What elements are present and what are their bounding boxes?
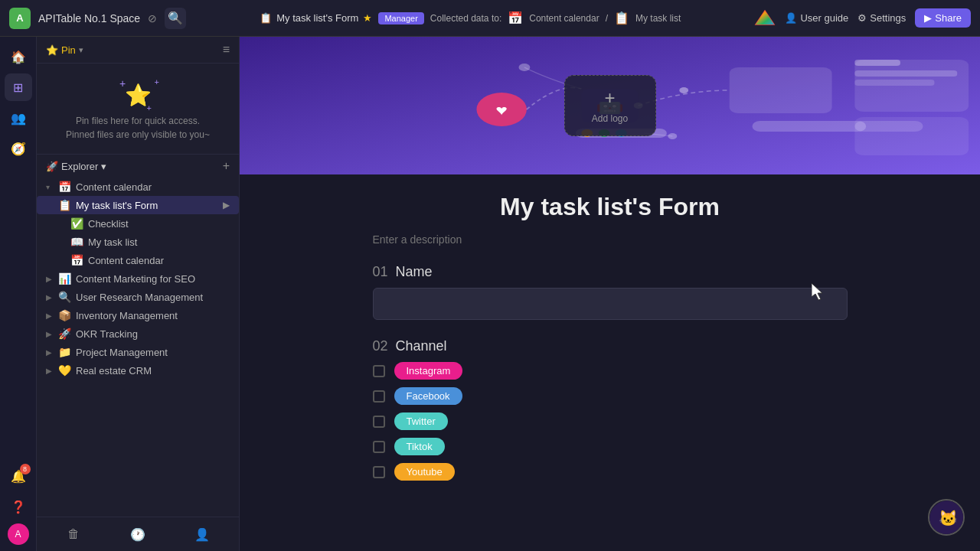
pin-placeholder: + ⭐ + + Pin files here for quick access.…: [37, 64, 239, 155]
user-guide-button[interactable]: 👤 User guide: [785, 12, 848, 24]
pin-label: Pin: [61, 44, 76, 56]
sidebar-item-label: User Research Management: [76, 292, 230, 303]
sidebar-icon-compass[interactable]: 🧭: [5, 135, 32, 162]
share-small-icon: ▶: [223, 200, 230, 210]
field-number-01: 01: [373, 264, 388, 280]
sidebar-item-project-management[interactable]: ▶ 📁 Project Management: [37, 343, 239, 361]
svg-point-20: [679, 87, 688, 93]
sidebar-tree: ▾ 📅 Content calendar 📋 My task list's Fo…: [37, 178, 239, 517]
collected-label: Collected data to:: [430, 13, 501, 24]
chevron-right-icon: ▶: [46, 293, 54, 302]
content-calendar-link[interactable]: Content calendar: [529, 13, 599, 24]
sidebar-item-content-marketing[interactable]: ▶ 📊 Content Marketing for SEO: [37, 269, 239, 288]
svg-rect-10: [854, 117, 969, 155]
add-logo-button[interactable]: + Add logo: [564, 75, 656, 136]
sidebar-item-checklist[interactable]: ✅ Checklist: [37, 214, 239, 233]
share-button[interactable]: ▶ Share: [915, 8, 971, 28]
explorer-header: 🚀 Explorer ▾ +: [37, 155, 239, 178]
add-member-button[interactable]: 👤: [190, 522, 214, 546]
tag-facebook[interactable]: Facebook: [394, 387, 462, 405]
search-button[interactable]: 🔍: [165, 8, 186, 29]
tag-twitter[interactable]: Twitter: [394, 412, 448, 430]
topbar: A APITable No.1 Space ⊘ 🔍 📋 My task list…: [0, 0, 980, 37]
history-button[interactable]: 🕐: [126, 522, 150, 546]
svg-rect-5: [854, 60, 900, 66]
sidebar-item-my-task-list-form[interactable]: 📋 My task list's Form ▶: [37, 196, 239, 214]
svg-rect-3: [730, 67, 832, 113]
edit-space-icon[interactable]: ⊘: [148, 12, 157, 24]
sidebar-item-okr-tracking[interactable]: ▶ 🚀 OKR Tracking: [37, 324, 239, 343]
sidebar-item-real-estate-crm[interactable]: ▶ 💛 Real estate CRM: [37, 361, 239, 380]
sidebar-icon-notifications[interactable]: 🔔 8: [5, 462, 32, 490]
channel-options: Instagram Facebook Twitter: [373, 362, 848, 481]
svg-rect-7: [854, 80, 934, 86]
checkbox-twitter[interactable]: [373, 416, 385, 428]
real-estate-icon: 💛: [58, 364, 71, 377]
settings-button[interactable]: ⚙ Settings: [858, 12, 906, 24]
form-description-input[interactable]: [373, 233, 848, 246]
inventory-icon: 📦: [58, 309, 71, 321]
sidebar-panel: ⭐ Pin ▾ ≡ + ⭐ + + Pin files here for qui…: [37, 37, 240, 551]
pin-placeholder-text: Pin files here for quick access. Pinned …: [66, 114, 210, 142]
sidebar-item-label: Real estate CRM: [76, 365, 230, 377]
chevron-right-icon: ▶: [46, 311, 54, 320]
checklist-icon: ✅: [70, 217, 83, 230]
chevron-right-icon: ▶: [46, 275, 54, 283]
sidebar-icon-help[interactable]: ❓: [5, 493, 32, 520]
sidebar-item-label: Project Management: [76, 347, 230, 358]
svg-text:♥: ♥: [495, 102, 508, 118]
sidebar-item-inventory-management[interactable]: ▶ 📦 Inventory Management: [37, 306, 239, 324]
form-title: My task list's Form: [373, 193, 848, 221]
checkbox-youtube[interactable]: [373, 466, 385, 478]
prism-icon: [754, 8, 776, 29]
sidebar-item-content-calendar-sub[interactable]: 📅 Content calendar: [37, 251, 239, 269]
sidebar-item-label: Checklist: [88, 218, 230, 230]
sidebar-icon-avatar[interactable]: A: [8, 523, 29, 545]
sidebar-icon-users[interactable]: 👥: [5, 104, 32, 132]
user-guide-icon: 👤: [785, 12, 797, 24]
form-icon: 📋: [260, 12, 272, 24]
content-marketing-icon: 📊: [58, 272, 71, 285]
explorer-rocket-icon: 🚀: [46, 161, 58, 172]
notification-badge: 8: [20, 464, 31, 474]
checkbox-tiktok[interactable]: [373, 441, 385, 453]
svg-rect-6: [854, 70, 957, 77]
checkbox-instagram[interactable]: [373, 365, 385, 377]
star-icon[interactable]: ★: [363, 12, 372, 24]
pin-chevron-icon: ▾: [79, 45, 83, 55]
pin-section[interactable]: ⭐ Pin ▾: [46, 44, 83, 56]
delete-button[interactable]: 🗑: [61, 522, 86, 546]
form-field-channel-header: 02 Channel: [373, 338, 848, 354]
tag-instagram[interactable]: Instagram: [394, 362, 463, 380]
sidebar-collapse-button[interactable]: ≡: [223, 43, 230, 57]
field-label-name: Name: [396, 264, 433, 280]
user-avatar[interactable]: A: [9, 8, 31, 29]
tag-youtube[interactable]: Youtube: [394, 463, 455, 481]
explorer-label: Explorer: [61, 161, 98, 172]
settings-label: Settings: [870, 12, 906, 24]
sidebar-item-my-task-list[interactable]: 📖 My task list: [37, 233, 239, 251]
chevron-right-icon: ▶: [46, 367, 54, 375]
sidebar-icon-grid[interactable]: ⊞: [5, 73, 32, 101]
checkbox-facebook[interactable]: [373, 390, 385, 403]
user-guide-label: User guide: [800, 12, 848, 24]
sidebar-icon-home[interactable]: 🏠: [5, 43, 32, 70]
explorer-title[interactable]: 🚀 Explorer ▾: [46, 161, 106, 172]
pin-star-icon: ⭐: [46, 44, 58, 56]
channel-option-twitter: Twitter: [373, 412, 848, 430]
task-list-link[interactable]: My task list: [635, 13, 681, 24]
field-input-name[interactable]: [373, 288, 848, 320]
sidebar-item-content-calendar[interactable]: ▾ 📅 Content calendar: [37, 178, 239, 196]
sidebar-item-user-research[interactable]: ▶ 🔍 User Research Management: [37, 288, 239, 306]
form-field-header: 01 Name: [373, 264, 848, 280]
sidebar-item-label: OKR Tracking: [76, 328, 230, 340]
form-banner: ♥ 🤖 +: [240, 37, 980, 174]
form-field-name: 01 Name: [373, 264, 848, 320]
content-calendar-icon: 📅: [58, 181, 71, 193]
app-title: APITable No.1 Space: [38, 12, 140, 24]
tag-tiktok[interactable]: Tiktok: [394, 438, 445, 455]
svg-marker-1: [756, 11, 774, 24]
bottom-right-avatar: 🐱: [928, 499, 965, 536]
sidebar-item-label: Content calendar: [88, 255, 230, 266]
explorer-add-button[interactable]: +: [223, 159, 230, 173]
